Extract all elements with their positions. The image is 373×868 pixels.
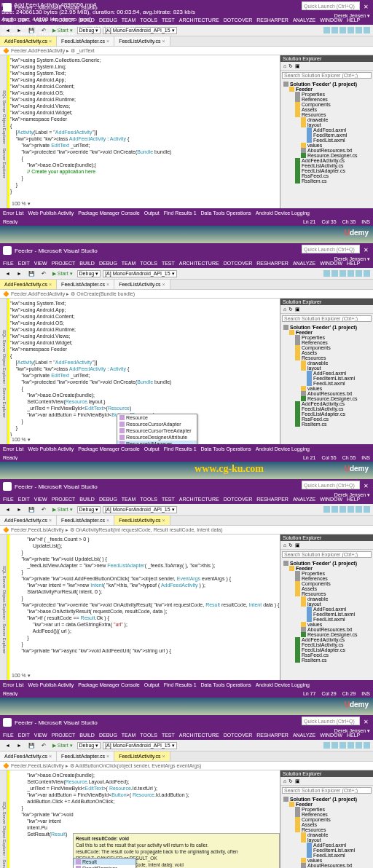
tree-node-res[interactable]: Resources — [282, 355, 372, 360]
signed-in-user[interactable]: Derek Jensen ▾ — [334, 728, 370, 734]
menu-resharper[interactable]: RESHARPER — [256, 17, 288, 23]
tab-feedlistadapter-cs[interactable]: FeedListAdapter.cs× — [57, 516, 114, 525]
menu-view[interactable]: VIEW — [34, 497, 47, 502]
tree-node-layout[interactable]: layout — [282, 601, 372, 607]
bottom-tab-output[interactable]: Output — [144, 210, 160, 216]
bottom-tab-output[interactable]: Output — [144, 446, 160, 451]
quick-launch[interactable]: Quick Launch (Ctrl+Q) — [302, 245, 360, 253]
crumb-type[interactable]: 🔶 Feeder.AddFeedActivity — [3, 48, 65, 54]
tree-node-about[interactable]: AboutResources.txt — [282, 391, 372, 396]
bottom-tool-tabs[interactable]: Error ListWeb Publish ActivityPackage Ma… — [0, 208, 373, 217]
tree-node-layout[interactable]: layout — [282, 366, 372, 371]
tree-node-comp[interactable]: Components — [282, 102, 372, 107]
menu-architecture[interactable]: ARCHITECTURE — [179, 261, 219, 266]
tree-node-axml[interactable]: FeedItemList.axml — [282, 848, 372, 853]
menu-dotcover[interactable]: DOTCOVER — [224, 17, 253, 23]
intellisense-item[interactable]: ResourceIdManager — [117, 441, 197, 444]
solution-tree[interactable]: Solution 'Feeder' (1 project)FeederPrope… — [280, 80, 373, 185]
bottom-tab-data-tools-operations[interactable]: Data Tools Operations — [201, 210, 251, 216]
tree-node-values[interactable]: values — [282, 622, 372, 627]
tool-icon[interactable] — [339, 506, 346, 513]
menu-dotcover[interactable]: DOTCOVER — [224, 261, 253, 266]
nav-breadcrumb[interactable]: 🔶 Feeder.AddFeedActivity ▸ ⚙ OnCreate(Bu… — [0, 290, 373, 299]
tree-node-res[interactable]: Resources — [282, 112, 372, 117]
bottom-tab-package-manager-console[interactable]: Package Manager Console — [78, 682, 139, 687]
bottom-tab-error-list[interactable]: Error List — [3, 210, 23, 216]
quick-launch[interactable]: Quick Launch (Ctrl+Q) — [302, 717, 360, 725]
tree-node-axml[interactable]: FeedList.axml — [282, 138, 372, 143]
tool-icon[interactable] — [323, 27, 330, 33]
side-toolwindow-tabs[interactable]: SQL Server Object Explorer · Server Expl… — [0, 55, 7, 208]
intellisense-item[interactable]: Result — [74, 859, 136, 865]
tree-node-axml[interactable]: AddFeed.axml — [282, 371, 372, 376]
home-icon[interactable]: ⌂ — [283, 542, 286, 548]
tree-node-rssi[interactable]: RssItem.cs — [282, 422, 372, 427]
tool-icon[interactable] — [356, 27, 362, 33]
tab-addfeedactivity-cs[interactable]: AddFeedActivity.cs× — [0, 751, 57, 761]
bottom-tab-error-list[interactable]: Error List — [3, 446, 23, 451]
tree-node-add[interactable]: AddFeedActivity.cs — [282, 401, 372, 406]
bottom-tab-package-manager-console[interactable]: Package Manager Console — [78, 210, 139, 216]
device-dropdown[interactable]: [A] MonoForAndroid_API_15 ▾ — [103, 506, 176, 513]
menu-resharper[interactable]: RESHARPER — [256, 261, 288, 266]
tree-node-proj[interactable]: Feeder — [282, 87, 372, 92]
menu-project[interactable]: PROJECT — [52, 733, 76, 738]
save-icon[interactable]: 💾 — [26, 507, 37, 513]
tree-node-axml[interactable]: AddFeed.axml — [282, 127, 372, 133]
tree-node-axml[interactable]: AddFeed.axml — [282, 607, 372, 612]
menu-resharper[interactable]: RESHARPER — [256, 733, 288, 738]
close-icon[interactable]: × — [106, 282, 109, 287]
tool-icon[interactable] — [364, 270, 370, 277]
nav-back[interactable]: ◄ — [3, 743, 12, 748]
close-icon[interactable]: × — [106, 39, 109, 44]
menu-debug[interactable]: DEBUG — [99, 733, 117, 738]
menu-dotcover[interactable]: DOTCOVER — [224, 733, 253, 738]
tree-node-assets[interactable]: Assets — [282, 586, 372, 591]
menu-test[interactable]: TEST — [162, 261, 175, 266]
titlebar[interactable]: Feeder - Microsoft Visual Studio Quick L… — [0, 243, 373, 258]
config-dropdown[interactable]: Debug ▾ — [77, 270, 101, 277]
crumb-member[interactable]: ⚙ _urlText — [71, 48, 94, 54]
undo-icon[interactable]: ↶ — [39, 507, 48, 513]
solution-explorer[interactable]: Solution Explorer ⌂↻▣ Solution 'Feeder' … — [280, 55, 373, 208]
save-icon[interactable]: 💾 — [26, 743, 37, 749]
close-button[interactable]: ✕ — [361, 483, 370, 490]
explorer-search[interactable] — [282, 315, 372, 322]
intellisense-item[interactable]: Resource — [117, 414, 197, 421]
tree-node-axml[interactable]: FeedList.axml — [282, 853, 372, 858]
code-editor[interactable]: "kw">using System.Collections.Generic;"k… — [7, 55, 280, 208]
tree-node-props[interactable]: Properties — [282, 335, 372, 340]
close-icon[interactable]: × — [162, 39, 165, 44]
tool-icon[interactable] — [323, 742, 330, 749]
tool-icon[interactable] — [348, 270, 354, 277]
undo-icon[interactable]: ↶ — [39, 743, 48, 749]
tree-node-add[interactable]: AddFeedActivity.cs — [282, 158, 372, 163]
tree-node-fla[interactable]: FeedListActivity.cs — [282, 163, 372, 168]
tree-node-layout[interactable]: layout — [282, 837, 372, 843]
nav-fwd[interactable]: ► — [15, 507, 24, 512]
menubar[interactable]: FILEEDITVIEWPROJECTBUILDDEBUGTEAMTOOLSTE… — [0, 730, 373, 740]
intellisense-item[interactable]: ResourceDesignerAttribute — [117, 434, 197, 441]
tree-node-resd[interactable]: Resource.Designer.cs — [282, 153, 372, 158]
tree-node-res[interactable]: Resources — [282, 827, 372, 832]
tree-node-proj[interactable]: Feeder — [282, 802, 372, 807]
explorer-search[interactable] — [282, 72, 372, 79]
close-button[interactable]: ✕ — [361, 719, 370, 726]
menu-analyze[interactable]: ANALYZE — [293, 733, 315, 738]
menubar[interactable]: FILEEDITVIEWPROJECTBUILDDEBUGTEAMTOOLSTE… — [0, 258, 373, 268]
menu-edit[interactable]: EDIT — [18, 733, 30, 738]
bottom-tab-data-tools-operations[interactable]: Data Tools Operations — [201, 682, 251, 687]
tree-node-resd[interactable]: Resource.Designer.cs — [282, 632, 372, 637]
tool-icon[interactable] — [339, 270, 346, 277]
explorer-search[interactable] — [282, 551, 372, 558]
close-icon[interactable]: × — [49, 282, 52, 287]
tree-node-fla[interactable]: FeedListActivity.cs — [282, 406, 372, 411]
undo-icon[interactable]: ↶ — [39, 271, 48, 277]
toolbar[interactable]: ◄ ► 💾 ↶ ▶ Start ▾ Debug ▾ [A] MonoForAnd… — [0, 740, 373, 751]
zoom-level[interactable]: 100 % ▾ — [10, 436, 32, 443]
menu-team[interactable]: TEAM — [122, 733, 136, 738]
close-icon[interactable]: × — [49, 518, 52, 523]
tool-icon[interactable] — [339, 27, 346, 33]
toolbar[interactable]: ◄ ► 💾 ↶ ▶ Start ▾ Debug ▾ [A] MonoForAnd… — [0, 504, 373, 516]
tree-node-props[interactable]: Properties — [282, 92, 372, 97]
